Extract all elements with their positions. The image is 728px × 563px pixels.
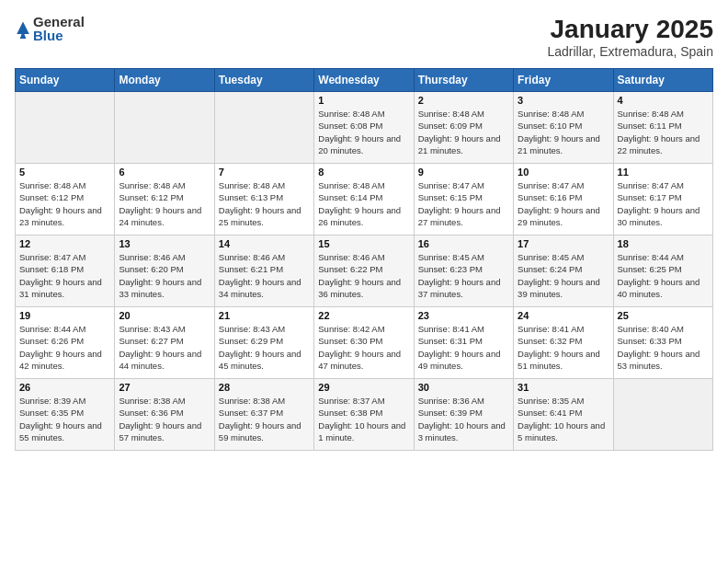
calendar-title: January 2025 — [547, 15, 713, 44]
day-cell: 19 Sunrise: 8:44 AMSunset: 6:26 PMDaylig… — [16, 307, 115, 379]
day-cell: 27 Sunrise: 8:38 AMSunset: 6:36 PMDaylig… — [115, 379, 214, 451]
day-number: 26 — [19, 382, 110, 393]
day-cell: 5 Sunrise: 8:48 AMSunset: 6:12 PMDayligh… — [16, 164, 115, 236]
day-number: 14 — [219, 238, 310, 249]
day-cell: 8 Sunrise: 8:48 AMSunset: 6:14 PMDayligh… — [314, 164, 414, 236]
day-cell: 12 Sunrise: 8:47 AMSunset: 6:18 PMDaylig… — [16, 236, 115, 307]
logo-text: General Blue — [33, 15, 85, 42]
day-cell: 13 Sunrise: 8:46 AMSunset: 6:20 PMDaylig… — [115, 236, 214, 307]
calendar-subtitle: Ladrillar, Extremadura, Spain — [547, 44, 713, 59]
day-info: Sunrise: 8:38 AMSunset: 6:37 PMDaylight:… — [219, 395, 310, 443]
day-cell: 17 Sunrise: 8:45 AMSunset: 6:24 PMDaylig… — [514, 236, 613, 307]
day-cell: 31 Sunrise: 8:35 AMSunset: 6:41 PMDaylig… — [514, 379, 613, 451]
calendar-table: SundayMondayTuesdayWednesdayThursdayFrid… — [15, 68, 713, 451]
day-cell: 14 Sunrise: 8:46 AMSunset: 6:21 PMDaylig… — [214, 236, 313, 307]
day-cell: 9 Sunrise: 8:47 AMSunset: 6:15 PMDayligh… — [414, 164, 513, 236]
day-number: 5 — [19, 167, 110, 178]
day-info: Sunrise: 8:47 AMSunset: 6:17 PMDaylight:… — [618, 179, 709, 228]
day-number: 12 — [19, 238, 110, 249]
day-info: Sunrise: 8:48 AMSunset: 6:12 PMDaylight:… — [119, 179, 210, 228]
day-cell — [16, 92, 115, 164]
day-info: Sunrise: 8:37 AMSunset: 6:38 PMDaylight:… — [318, 395, 409, 443]
title-block: January 2025 Ladrillar, Extremadura, Spa… — [547, 15, 713, 59]
day-info: Sunrise: 8:45 AMSunset: 6:24 PMDaylight:… — [518, 251, 609, 300]
header-cell-wednesday: Wednesday — [314, 69, 414, 92]
day-number: 17 — [518, 238, 609, 249]
logo-icon — [15, 18, 31, 39]
day-number: 8 — [318, 167, 409, 178]
day-cell — [214, 92, 313, 164]
header-row: SundayMondayTuesdayWednesdayThursdayFrid… — [16, 69, 713, 92]
day-info: Sunrise: 8:41 AMSunset: 6:31 PMDaylight:… — [418, 323, 509, 372]
day-number: 29 — [318, 382, 409, 393]
header: General Blue January 2025 Ladrillar, Ext… — [15, 15, 713, 59]
day-cell: 22 Sunrise: 8:42 AMSunset: 6:30 PMDaylig… — [314, 307, 414, 379]
header-cell-tuesday: Tuesday — [214, 69, 313, 92]
day-info: Sunrise: 8:46 AMSunset: 6:22 PMDaylight:… — [318, 251, 409, 300]
day-cell: 10 Sunrise: 8:47 AMSunset: 6:16 PMDaylig… — [514, 164, 613, 236]
day-number: 13 — [119, 238, 210, 249]
day-info: Sunrise: 8:48 AMSunset: 6:08 PMDaylight:… — [318, 108, 409, 156]
day-number: 10 — [518, 167, 609, 178]
day-number: 18 — [618, 238, 709, 249]
day-number: 31 — [518, 382, 609, 393]
day-info: Sunrise: 8:48 AMSunset: 6:09 PMDaylight:… — [418, 108, 509, 156]
day-info: Sunrise: 8:47 AMSunset: 6:16 PMDaylight:… — [518, 179, 609, 228]
day-info: Sunrise: 8:39 AMSunset: 6:35 PMDaylight:… — [19, 395, 110, 443]
day-cell: 30 Sunrise: 8:36 AMSunset: 6:39 PMDaylig… — [414, 379, 513, 451]
day-cell: 11 Sunrise: 8:47 AMSunset: 6:17 PMDaylig… — [613, 164, 712, 236]
day-info: Sunrise: 8:44 AMSunset: 6:26 PMDaylight:… — [19, 323, 110, 372]
day-cell — [115, 92, 214, 164]
day-cell: 23 Sunrise: 8:41 AMSunset: 6:31 PMDaylig… — [414, 307, 513, 379]
day-cell — [613, 379, 712, 451]
day-number: 25 — [618, 310, 709, 321]
day-info: Sunrise: 8:45 AMSunset: 6:23 PMDaylight:… — [418, 251, 509, 300]
day-cell: 21 Sunrise: 8:43 AMSunset: 6:29 PMDaylig… — [214, 307, 313, 379]
week-row-5: 26 Sunrise: 8:39 AMSunset: 6:35 PMDaylig… — [16, 379, 713, 451]
day-cell: 18 Sunrise: 8:44 AMSunset: 6:25 PMDaylig… — [613, 236, 712, 307]
day-cell: 24 Sunrise: 8:41 AMSunset: 6:32 PMDaylig… — [514, 307, 613, 379]
day-number: 6 — [119, 167, 210, 178]
day-info: Sunrise: 8:46 AMSunset: 6:20 PMDaylight:… — [119, 251, 210, 300]
day-number: 27 — [119, 382, 210, 393]
week-row-1: 1 Sunrise: 8:48 AMSunset: 6:08 PMDayligh… — [16, 92, 713, 164]
day-number: 30 — [418, 382, 509, 393]
day-number: 24 — [518, 310, 609, 321]
day-cell: 16 Sunrise: 8:45 AMSunset: 6:23 PMDaylig… — [414, 236, 513, 307]
day-info: Sunrise: 8:48 AMSunset: 6:10 PMDaylight:… — [518, 108, 609, 156]
day-info: Sunrise: 8:47 AMSunset: 6:15 PMDaylight:… — [418, 179, 509, 228]
day-number: 1 — [318, 95, 409, 106]
day-info: Sunrise: 8:48 AMSunset: 6:14 PMDaylight:… — [318, 179, 409, 228]
day-number: 19 — [19, 310, 110, 321]
day-cell: 3 Sunrise: 8:48 AMSunset: 6:10 PMDayligh… — [514, 92, 613, 164]
day-number: 22 — [318, 310, 409, 321]
day-info: Sunrise: 8:46 AMSunset: 6:21 PMDaylight:… — [219, 251, 310, 300]
day-info: Sunrise: 8:40 AMSunset: 6:33 PMDaylight:… — [618, 323, 709, 372]
day-number: 21 — [219, 310, 310, 321]
day-info: Sunrise: 8:43 AMSunset: 6:27 PMDaylight:… — [119, 323, 210, 372]
day-cell: 7 Sunrise: 8:48 AMSunset: 6:13 PMDayligh… — [214, 164, 313, 236]
day-number: 15 — [318, 238, 409, 249]
day-cell: 25 Sunrise: 8:40 AMSunset: 6:33 PMDaylig… — [613, 307, 712, 379]
day-number: 3 — [518, 95, 609, 106]
day-info: Sunrise: 8:35 AMSunset: 6:41 PMDaylight:… — [518, 395, 609, 443]
day-info: Sunrise: 8:38 AMSunset: 6:36 PMDaylight:… — [119, 395, 210, 443]
week-row-4: 19 Sunrise: 8:44 AMSunset: 6:26 PMDaylig… — [16, 307, 713, 379]
logo-blue: Blue — [33, 29, 85, 42]
day-cell: 6 Sunrise: 8:48 AMSunset: 6:12 PMDayligh… — [115, 164, 214, 236]
day-cell: 1 Sunrise: 8:48 AMSunset: 6:08 PMDayligh… — [314, 92, 414, 164]
day-info: Sunrise: 8:43 AMSunset: 6:29 PMDaylight:… — [219, 323, 310, 372]
day-info: Sunrise: 8:42 AMSunset: 6:30 PMDaylight:… — [318, 323, 409, 372]
week-row-2: 5 Sunrise: 8:48 AMSunset: 6:12 PMDayligh… — [16, 164, 713, 236]
logo: General Blue — [15, 15, 85, 42]
day-cell: 15 Sunrise: 8:46 AMSunset: 6:22 PMDaylig… — [314, 236, 414, 307]
day-info: Sunrise: 8:48 AMSunset: 6:11 PMDaylight:… — [618, 108, 709, 156]
day-number: 11 — [618, 167, 709, 178]
day-number: 7 — [219, 167, 310, 178]
day-cell: 28 Sunrise: 8:38 AMSunset: 6:37 PMDaylig… — [214, 379, 313, 451]
day-number: 2 — [418, 95, 509, 106]
day-cell: 2 Sunrise: 8:48 AMSunset: 6:09 PMDayligh… — [414, 92, 513, 164]
day-info: Sunrise: 8:47 AMSunset: 6:18 PMDaylight:… — [19, 251, 110, 300]
day-cell: 4 Sunrise: 8:48 AMSunset: 6:11 PMDayligh… — [613, 92, 712, 164]
header-cell-sunday: Sunday — [16, 69, 115, 92]
